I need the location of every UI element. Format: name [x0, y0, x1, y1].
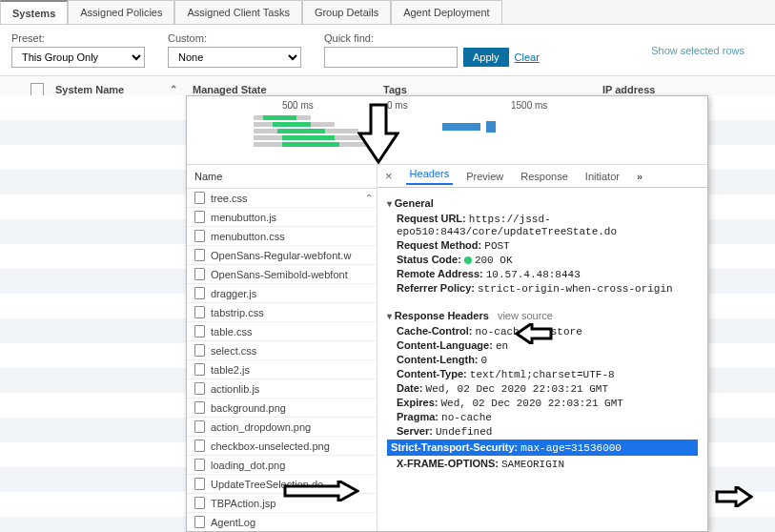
network-request-item[interactable]: tabstrip.css: [187, 303, 377, 322]
file-icon: [194, 325, 205, 338]
network-request-item[interactable]: table2.js: [187, 360, 377, 379]
network-request-item[interactable]: select.css: [187, 341, 377, 360]
tab-systems[interactable]: Systems: [0, 0, 68, 24]
timeline-tick: 1500 ms: [511, 100, 547, 111]
network-request-item[interactable]: menubutton.css: [187, 227, 377, 246]
custom-select[interactable]: None: [168, 47, 301, 68]
file-name-label: tree.css: [211, 193, 248, 204]
file-name-label: menubutton.css: [211, 231, 285, 242]
file-icon: [194, 363, 205, 376]
network-request-item[interactable]: loading_dot.png: [187, 456, 377, 475]
network-request-item[interactable]: AgentLog: [187, 513, 377, 531]
file-name-label: actionlib.js: [211, 383, 259, 395]
col-system-name[interactable]: System Name: [55, 84, 124, 95]
tab-response[interactable]: Response: [517, 171, 572, 182]
file-icon: [194, 211, 205, 223]
file-icon: [194, 497, 205, 509]
file-icon: [194, 516, 205, 528]
file-icon: [194, 401, 205, 414]
file-icon: [194, 268, 205, 280]
apply-button[interactable]: Apply: [463, 48, 509, 67]
network-request-item[interactable]: OpenSans-Semibold-webfont: [187, 265, 377, 284]
file-name-label: OpenSans-Semibold-webfont: [211, 269, 348, 280]
top-tabs: Systems Assigned Policies Assigned Clien…: [0, 0, 775, 25]
annotation-arrow-right-icon: [715, 486, 753, 507]
devtools-panel: 500 ms 0 ms 1500 ms Name ⌃ tree.cssmenub…: [186, 95, 708, 532]
sort-caret-icon[interactable]: ⌃: [170, 84, 177, 94]
tab-assigned-policies[interactable]: Assigned Policies: [68, 0, 174, 24]
close-icon[interactable]: ×: [381, 169, 397, 183]
custom-label: Custom:: [168, 32, 301, 44]
file-name-label: loading_dot.png: [211, 460, 285, 471]
timeline-marker: [442, 123, 480, 131]
headers-pane-tabs: × Headers Preview Response Initiator »: [377, 165, 707, 188]
tab-initiator[interactable]: Initiator: [581, 171, 623, 182]
file-icon: [194, 306, 205, 318]
annotation-arrow-left-icon: [515, 323, 553, 344]
network-request-item[interactable]: checkbox-unselected.png: [187, 437, 377, 456]
file-icon: [194, 459, 205, 471]
file-name-label: tabstrip.css: [211, 307, 264, 318]
file-icon: [194, 192, 205, 204]
file-icon: [194, 478, 205, 490]
annotation-arrow-down-icon: [357, 103, 399, 164]
section-response-headers[interactable]: Response Headers view source: [387, 310, 698, 321]
clear-link[interactable]: Clear: [515, 51, 540, 63]
file-name-label: OpenSans-Regular-webfont.w: [211, 250, 351, 261]
tab-headers[interactable]: Headers: [406, 168, 454, 185]
col-ip-address[interactable]: IP address: [595, 84, 775, 95]
filelist-header[interactable]: Name: [187, 165, 377, 189]
quickfind-label: Quick find:: [324, 32, 540, 44]
preset-label: Preset:: [11, 32, 145, 44]
file-icon: [194, 440, 205, 452]
file-name-label: checkbox-unselected.png: [211, 440, 330, 452]
file-icon: [194, 287, 205, 299]
tab-assigned-client-tasks[interactable]: Assigned Client Tasks: [174, 0, 301, 24]
file-icon: [194, 382, 205, 395]
tab-group-details[interactable]: Group Details: [302, 0, 391, 24]
network-request-item[interactable]: actionlib.js: [187, 379, 377, 399]
remote-address: 10.57.4.48:8443: [486, 269, 581, 280]
file-icon: [194, 249, 205, 261]
quickfind-input[interactable]: [324, 47, 458, 68]
network-request-item[interactable]: tree.css: [187, 189, 377, 208]
file-name-label: action_dropdown.png: [211, 421, 311, 433]
show-selected-rows[interactable]: Show selected rows: [632, 45, 764, 56]
annotation-arrow-right-icon: [283, 481, 359, 501]
network-request-item[interactable]: background.png: [187, 399, 377, 418]
timeline-tick: 500 ms: [282, 100, 314, 111]
file-name-label: table.css: [211, 326, 252, 338]
file-name-label: menubutton.js: [211, 212, 276, 223]
status-dot-icon: [464, 256, 472, 264]
tab-agent-deployment[interactable]: Agent Deployment: [391, 0, 502, 24]
network-timeline[interactable]: 500 ms 0 ms 1500 ms: [187, 96, 707, 165]
network-request-item[interactable]: OpenSans-Regular-webfont.w: [187, 246, 377, 265]
file-icon: [194, 344, 205, 357]
file-icon: [194, 420, 205, 433]
network-request-item[interactable]: dragger.js: [187, 284, 377, 303]
file-name-label: table2.js: [211, 364, 250, 376]
preset-select[interactable]: This Group Only: [11, 47, 145, 68]
hsts-header-row: Strict-Transport-Security: max-age=31536…: [387, 440, 698, 456]
file-name-label: dragger.js: [211, 288, 256, 299]
file-name-label: TBPAction.jsp: [211, 498, 275, 509]
network-request-item[interactable]: table.css: [187, 322, 377, 341]
network-request-item[interactable]: menubutton.js: [187, 208, 377, 227]
file-name-label: select.css: [211, 345, 256, 357]
file-icon: [194, 230, 205, 242]
select-all-checkbox[interactable]: [31, 83, 44, 96]
referrer-policy: strict-origin-when-cross-origin: [478, 283, 673, 295]
filter-bar: Preset: This Group Only Custom: None Qui…: [0, 25, 775, 76]
view-source-link[interactable]: view source: [498, 310, 553, 321]
status-code: 200 OK: [475, 255, 513, 266]
col-tags[interactable]: Tags: [376, 84, 595, 95]
section-general[interactable]: General: [387, 197, 698, 209]
col-managed-state[interactable]: Managed State: [185, 84, 376, 95]
request-method: POST: [484, 240, 509, 252]
tab-preview[interactable]: Preview: [462, 171, 507, 182]
timeline-marker: [486, 121, 496, 133]
file-name-label: AgentLog: [211, 517, 255, 528]
more-tabs-icon[interactable]: »: [633, 171, 646, 182]
scroll-up-icon[interactable]: ⌃: [365, 193, 373, 203]
network-request-item[interactable]: action_dropdown.png: [187, 418, 377, 437]
